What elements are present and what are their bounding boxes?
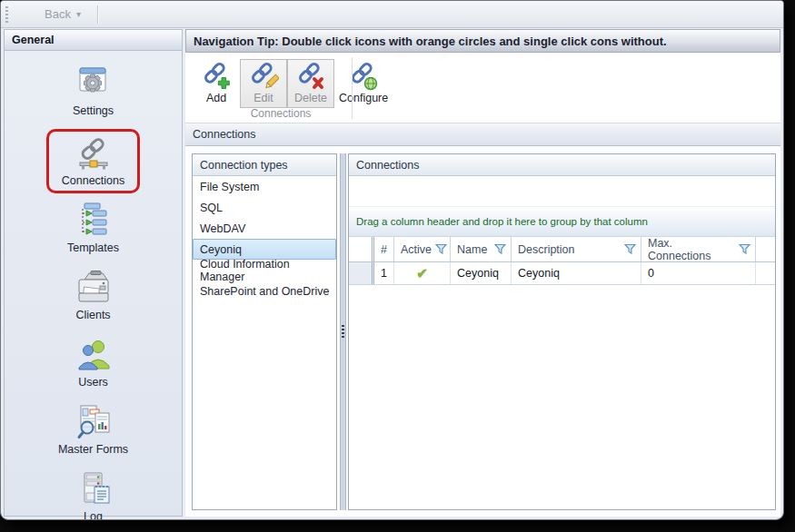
group-by-box[interactable]: Drag a column header and drop it here to… [349, 206, 775, 237]
grid-header-row: # Active Name De [349, 237, 775, 262]
sidebar-item-master-forms[interactable]: Master Forms [51, 400, 135, 459]
add-connection-icon [201, 62, 232, 91]
connections-panel: Connections Drag a column header and dro… [348, 153, 776, 510]
sidebar-item-label: Templates [67, 241, 119, 254]
delete-connection-icon [295, 62, 326, 91]
column-header-label: Name [457, 243, 487, 256]
filter-icon[interactable] [435, 243, 447, 255]
sidebar-items: Settings Connections [5, 51, 182, 520]
application-window: Back ▾ General [0, 0, 784, 520]
sidebar-item-label: Connections [62, 174, 125, 187]
configure-button[interactable]: Configure [334, 59, 393, 108]
connection-types-header: Connection types [193, 154, 336, 176]
sidebar-item-label: Clients [75, 309, 110, 321]
sidebar-item-settings[interactable]: Settings [65, 62, 121, 121]
navigation-tip-bar: Navigation Tip: Double click icons with … [185, 29, 780, 53]
table-row[interactable]: 1 ✔ Ceyoniq Ceyoniq 0 [349, 262, 775, 285]
filter-icon[interactable] [494, 243, 506, 255]
panel-splitter[interactable] [340, 153, 346, 510]
filter-icon[interactable] [624, 243, 636, 255]
edit-button[interactable]: Edit [240, 59, 287, 108]
column-header-description[interactable]: Description [512, 237, 641, 261]
row-description-cell: Ceyoniq [512, 262, 641, 284]
row-number-cell: 1 [374, 262, 394, 284]
top-toolbar: Back ▾ [1, 1, 783, 28]
sidebar-item-users[interactable]: Users [66, 333, 121, 392]
column-header-name[interactable]: Name [451, 237, 512, 261]
back-button-label: Back [45, 7, 71, 21]
connection-type-file-system[interactable]: File System [193, 176, 336, 197]
row-indicator-cell[interactable] [349, 262, 374, 284]
sidebar-item-label: Settings [73, 104, 114, 117]
toolbar-separator [97, 5, 98, 24]
row-name-cell: Ceyoniq [451, 262, 512, 284]
sidebar-item-clients[interactable]: Clients [66, 266, 121, 325]
active-check-icon: ✔ [416, 265, 428, 281]
connections-panel-title: Connections [349, 154, 775, 176]
ribbon-group-label: Connections [224, 107, 338, 120]
sidebar-item-label: Master Forms [58, 443, 128, 456]
row-filler-cell [756, 262, 775, 284]
sidebar-item-templates[interactable]: Templates [60, 199, 126, 258]
ribbon-button-row: Add [185, 53, 780, 108]
log-icon [74, 471, 114, 507]
grid-toolbar-spacer [349, 176, 775, 206]
edit-button-label: Edit [253, 92, 273, 104]
ribbon-toolbar: Add [185, 53, 780, 123]
edit-connection-icon [248, 62, 279, 91]
row-max-connections-cell: 0 [641, 262, 756, 284]
ribbon-group-separator [352, 57, 353, 119]
content-area: Connection types File System SQL WebDAV … [185, 146, 780, 517]
column-header-number[interactable]: # [374, 237, 394, 261]
column-header-label: Active [401, 243, 432, 256]
splitter-grip-icon [342, 325, 344, 340]
master-forms-icon [74, 404, 114, 440]
add-button[interactable]: Add [193, 59, 240, 108]
sidebar-item-label: Log [84, 510, 103, 520]
section-title-bar: Connections [185, 123, 780, 146]
sidebar-general: General [4, 29, 183, 517]
configure-button-label: Configure [339, 92, 388, 104]
back-button[interactable]: Back ▾ [37, 5, 88, 24]
connection-type-webdav[interactable]: WebDAV [193, 218, 336, 239]
connection-type-sharepoint-and-onedrive[interactable]: SharePoint and OneDrive [193, 281, 336, 301]
connection-types-panel: Connection types File System SQL WebDAV … [192, 153, 337, 510]
sidebar-header: General [5, 30, 182, 51]
filter-icon[interactable] [739, 243, 750, 255]
connections-icon [74, 135, 114, 172]
dropdown-arrow-icon: ▾ [76, 9, 81, 19]
column-header-active[interactable]: Active [394, 237, 451, 261]
main-area: Navigation Tip: Double click icons with … [185, 29, 780, 517]
connection-type-sql[interactable]: SQL [193, 197, 336, 218]
row-active-cell: ✔ [394, 262, 451, 284]
configure-connection-icon [348, 62, 379, 91]
connection-type-cloud-information-manager[interactable]: Cloud Information Manager [193, 260, 336, 281]
settings-icon [73, 65, 113, 102]
clients-icon [74, 270, 114, 306]
column-header-label: Description [518, 243, 575, 256]
column-header-label: # [381, 243, 387, 256]
sidebar-item-connections[interactable]: Connections [46, 129, 141, 193]
column-header-label: Max. Connections [648, 237, 735, 262]
row-indicator-header [349, 237, 374, 261]
delete-button[interactable]: Delete [287, 59, 334, 108]
templates-icon [73, 202, 113, 239]
users-icon [74, 337, 114, 373]
delete-button-label: Delete [294, 92, 327, 104]
sidebar-item-label: Users [78, 376, 108, 389]
column-header-max-connections[interactable]: Max. Connections [641, 237, 756, 261]
toolbar-grip-handle[interactable] [5, 6, 8, 23]
add-button-label: Add [206, 92, 226, 104]
sidebar-item-log[interactable]: Log [66, 468, 121, 520]
column-header-filler [756, 237, 775, 261]
